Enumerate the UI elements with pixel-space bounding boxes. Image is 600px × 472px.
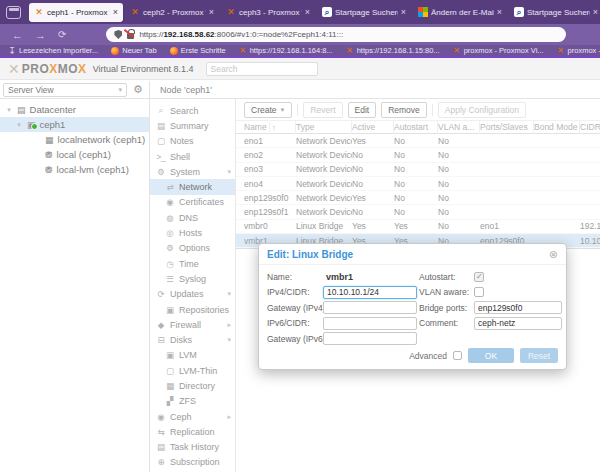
autostart-checkbox[interactable] — [474, 272, 484, 282]
menu-item-network[interactable]: ⇄ Network — [150, 179, 235, 194]
menu-item-replication[interactable]: ⇆ Replication — [150, 424, 235, 439]
bookmark-proxmox-2[interactable]: proxmox - Proxmox Vi... — [557, 46, 600, 55]
reload-icon[interactable]: ⟳ — [58, 29, 66, 40]
tab-close-icon[interactable]: × — [209, 7, 214, 17]
table-row-enp129s0f0[interactable]: enp129s0f0 Network Device Yes No No — [236, 191, 600, 205]
menu-item-lvm[interactable]: ▣ LVM — [150, 348, 235, 363]
bridge-ports-field[interactable] — [474, 301, 562, 314]
forward-icon[interactable]: → — [35, 29, 46, 41]
menu-item-label: Hosts — [179, 228, 202, 238]
ceph-icon: ◉ — [156, 412, 166, 422]
menu-item-notes[interactable]: ▢ Notes — [150, 134, 235, 149]
bookmark-ip-164[interactable]: https://192.168.1.164:8... — [239, 46, 333, 55]
cell-ports-slaves: eno1 — [480, 221, 534, 231]
tab-ceph2[interactable]: ceph2 - Proxmox Virtual × — [125, 3, 219, 22]
advanced-checkbox[interactable] — [453, 351, 462, 360]
tab-ceph3[interactable]: ceph3 - Proxmox Virtual × — [221, 3, 315, 22]
comment-field[interactable] — [474, 317, 562, 330]
bookmark-neuer-tab[interactable]: Neuer Tab — [111, 46, 156, 55]
menu-item-zfs[interactable]: ▞ ZFS — [150, 394, 235, 409]
bookmark-proxmox-1[interactable]: proxmox - Proxmox Vi... — [453, 46, 544, 55]
firewall-icon: ◆ — [156, 320, 166, 330]
ipv4-cidr-field[interactable] — [323, 286, 417, 299]
column-type[interactable]: Type — [296, 120, 352, 134]
dialog-header[interactable]: Edit: Linux Bridge ⊗ — [259, 244, 566, 265]
tab-close-icon[interactable]: × — [497, 7, 502, 17]
tree-item-ceph1[interactable]: ▾ ▣ ceph1 — [0, 117, 149, 132]
menu-item-shell[interactable]: >_ Shell — [150, 149, 235, 164]
table-row-enp129s0f1[interactable]: enp129s0f1 Network Device No No No — [236, 205, 600, 219]
firefox-view-button[interactable] — [6, 6, 21, 19]
tree-item-local-lvm[interactable]: ⛃ local-lvm (ceph1) — [0, 162, 149, 177]
tab-ceph1[interactable]: ceph1 - Proxmox Virtual × — [29, 3, 123, 22]
cell-type: Network Device — [296, 150, 352, 160]
tab-startpage-1[interactable]: Startpage Suchergebnis × — [317, 3, 411, 22]
table-row-eno3[interactable]: eno3 Network Device No No No — [236, 163, 600, 177]
menu-item-ceph[interactable]: ◉ Ceph ▸ — [150, 409, 235, 424]
menu-item-system[interactable]: ⚙ System ▾ — [150, 164, 235, 179]
tree-item-local[interactable]: ⛃ local (ceph1) — [0, 147, 149, 162]
menu-item-certificates[interactable]: ◉ Certificates — [150, 195, 235, 210]
tab-startpage-2[interactable]: Startpage Suchergebnis × — [509, 3, 598, 22]
table-row-vmbr0[interactable]: vmbr0 Linux Bridge Yes Yes No eno1 192.1 — [236, 220, 600, 234]
menu-item-search[interactable]: ⌕ Search — [150, 103, 235, 118]
menu-item-directory[interactable]: ▦ Directory — [150, 378, 235, 393]
back-icon[interactable]: ← — [12, 29, 23, 41]
gateway-ipv6-field[interactable] — [323, 332, 417, 345]
bookmark-erste-schritte[interactable]: Erste Schritte — [170, 46, 226, 55]
menu-item-subscription[interactable]: ⊕ Subscription — [150, 455, 235, 470]
global-search-input[interactable] — [206, 62, 318, 76]
tab-close-icon[interactable]: × — [401, 7, 406, 17]
server-view-select[interactable]: Server View ▾ — [3, 83, 127, 97]
menu-item-summary[interactable]: ▤ Summary — [150, 118, 235, 133]
table-row-eno1[interactable]: eno1 Network Device Yes No No — [236, 134, 600, 148]
ok-button[interactable]: OK — [468, 348, 514, 363]
startpage-favicon — [322, 7, 332, 17]
menu-item-label: Shell — [170, 152, 190, 162]
column-cidr[interactable]: CIDR — [580, 120, 600, 134]
insecure-lock-icon[interactable] — [127, 33, 134, 39]
tree-expander-icon[interactable]: ▾ — [15, 121, 23, 129]
menu-item-hosts[interactable]: ◎ Hosts — [150, 225, 235, 240]
tree-expander-icon[interactable]: ▾ — [5, 106, 13, 114]
column-autostart[interactable]: Autostart — [394, 120, 438, 134]
gateway-ipv4-field[interactable] — [323, 301, 417, 314]
tree-item-datacenter[interactable]: ▾ ▤ Datacenter — [0, 102, 149, 117]
menu-item-options[interactable]: ⚙ Options — [150, 241, 235, 256]
url-bar[interactable]: https://192.168.58.62:8006/#v1:0:=node%2… — [106, 27, 566, 42]
dialog-close-icon[interactable]: ⊗ — [549, 248, 558, 261]
menu-item-time[interactable]: ◷ Time — [150, 256, 235, 271]
tab-close-icon[interactable]: × — [593, 7, 598, 17]
table-row-eno2[interactable]: eno2 Network Device No No No — [236, 148, 600, 162]
menu-item-task-history[interactable]: ▤ Task History — [150, 440, 235, 455]
column-active[interactable]: Active — [352, 120, 394, 134]
column-ports-slaves[interactable]: Ports/Slaves — [480, 120, 534, 134]
tab-close-icon[interactable]: × — [305, 7, 310, 17]
vlan-aware-checkbox[interactable] — [474, 287, 484, 297]
tab-email-signature[interactable]: Ändern der E-Mail-Sign × — [413, 3, 507, 22]
remove-button[interactable]: Remove — [381, 102, 427, 118]
table-row-eno4[interactable]: eno4 Network Device No No No — [236, 177, 600, 191]
tree-item-localnetwork[interactable]: ▦ localnetwork (ceph1) — [0, 132, 149, 147]
tab-close-icon[interactable]: × — [113, 7, 118, 17]
menu-item-firewall[interactable]: ◆ Firewall ▸ — [150, 317, 235, 332]
create-button[interactable]: Create▼ — [244, 102, 292, 118]
menu-item-disks[interactable]: ⊟ Disks ▾ — [150, 332, 235, 347]
apply-configuration-button[interactable]: Apply Configuration — [438, 102, 526, 118]
column-name[interactable]: Name ↑ — [244, 120, 296, 134]
column-vlan[interactable]: VLAN a... — [438, 120, 480, 134]
menu-item-updates[interactable]: ⟳ Updates ▾ — [150, 287, 235, 302]
menu-item-lvm-thin[interactable]: ▢ LVM-Thin — [150, 363, 235, 378]
shield-permissions-icon[interactable] — [114, 30, 122, 39]
menu-item-repositories[interactable]: ▣ Repositories — [150, 302, 235, 317]
ipv6-cidr-field[interactable] — [323, 317, 417, 330]
tree-settings-gear-icon[interactable]: ⚙ — [130, 83, 146, 96]
reset-button[interactable]: Reset — [520, 348, 558, 363]
edit-button[interactable]: Edit — [348, 102, 377, 118]
menu-item-syslog[interactable]: ☰ Syslog — [150, 271, 235, 286]
column-bond-mode[interactable]: Bond Mode — [534, 120, 580, 134]
bookmark-import[interactable]: Lesezeichen importier... — [8, 46, 98, 55]
menu-item-dns[interactable]: ◍ DNS — [150, 210, 235, 225]
bookmark-ip-15[interactable]: https://192.168.1.15:80... — [346, 46, 440, 55]
revert-button[interactable]: Revert — [303, 102, 342, 118]
